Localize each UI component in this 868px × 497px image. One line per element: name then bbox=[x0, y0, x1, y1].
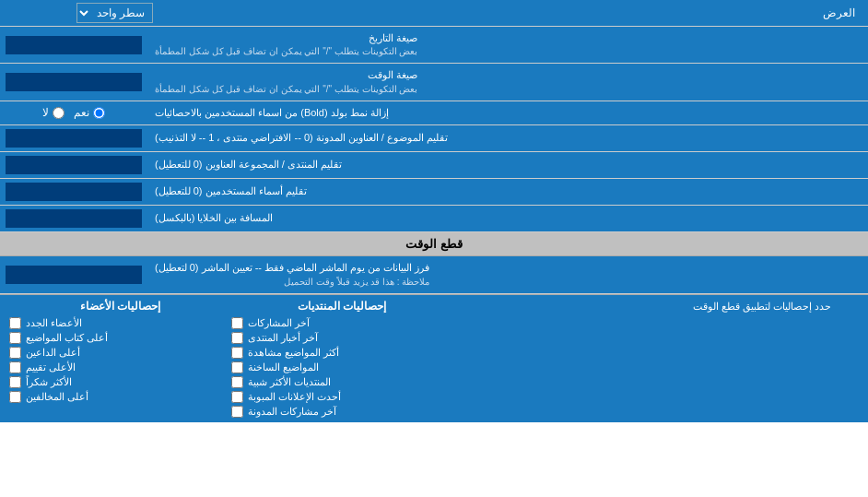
list-item: أكثر المواضيع مشاهدة bbox=[231, 347, 453, 359]
list-item: المنتديات الأكثر شبية bbox=[231, 376, 453, 388]
col1-checkbox-0[interactable] bbox=[231, 317, 243, 329]
col1-checkbox-1[interactable] bbox=[231, 332, 243, 344]
forum-group-input-cell: 33 bbox=[0, 152, 147, 178]
time-format-row: صيغة الوقت بعض التكوينات يتطلب "/" التي … bbox=[0, 64, 868, 101]
usernames-row: تقليم أسماء المستخدمين (0 للتعطيل) 0 bbox=[0, 179, 868, 206]
col2-checkbox-5[interactable] bbox=[9, 391, 21, 403]
list-item: آخر المشاركات bbox=[231, 317, 453, 329]
list-item: آخر مشاركات المدونة bbox=[231, 406, 453, 418]
list-item: الأعلى تقييم bbox=[9, 361, 231, 373]
bold-yes-radio[interactable] bbox=[93, 107, 105, 119]
bottom-member-col: الأعضاء الجدد أعلى كتاب المواضيع أعلى ال… bbox=[9, 317, 231, 418]
bottom-checkboxes-cols: آخر المشاركات آخر أخبار المنتدى أكثر الم… bbox=[9, 317, 674, 418]
list-item: الأكثر شكراً bbox=[9, 376, 231, 388]
usernames-input[interactable]: 0 bbox=[6, 183, 142, 201]
display-select[interactable]: سطر واحدسطرينثلاثة أسطر bbox=[76, 3, 153, 23]
realtime-row: فرز البيانات من يوم الماشر الماضي فقط --… bbox=[0, 256, 868, 293]
bold-yes-label: نعم bbox=[74, 106, 105, 119]
top-label: العرض bbox=[153, 6, 862, 19]
col1-checkbox-3[interactable] bbox=[231, 361, 243, 373]
topic-forum-input[interactable]: 33 bbox=[6, 129, 142, 148]
bottom-col2-header: إحصاليات الأعضاء bbox=[9, 300, 231, 313]
bold-remove-label: إزالة نمط بولد (Bold) من اسماء المستخدمي… bbox=[147, 101, 868, 124]
bottom-forum-col: آخر المشاركات آخر أخبار المنتدى أكثر الم… bbox=[231, 317, 453, 418]
top-row: العرض سطر واحدسطرينثلاثة أسطر bbox=[0, 0, 868, 27]
usernames-label: تقليم أسماء المستخدمين (0 للتعطيل) bbox=[147, 179, 868, 205]
bottom-checkboxes-area: إحصاليات المنتديات إحصاليات الأعضاء آخر … bbox=[0, 295, 684, 422]
cell-space-input-cell: 2 bbox=[0, 206, 147, 231]
time-format-input[interactable]: H:i bbox=[6, 73, 142, 91]
time-format-label: صيغة الوقت بعض التكوينات يتطلب "/" التي … bbox=[147, 64, 868, 100]
date-format-input[interactable]: d-m bbox=[6, 36, 142, 54]
bottom-limit-label: حدد إحصاليات لتطبيق قطع الوقت bbox=[684, 295, 868, 422]
bottom-col1-spacer bbox=[452, 300, 674, 313]
col2-checkbox-4[interactable] bbox=[9, 376, 21, 388]
time-format-input-cell: H:i bbox=[0, 64, 147, 100]
list-item: أعلى المخالفين bbox=[9, 391, 231, 403]
col1-checkbox-6[interactable] bbox=[231, 406, 243, 418]
bold-remove-radio-cell: نعم لا bbox=[0, 101, 147, 124]
bottom-headers: إحصاليات المنتديات إحصاليات الأعضاء bbox=[9, 300, 674, 313]
realtime-input[interactable]: 0 bbox=[6, 266, 142, 284]
forum-group-input[interactable]: 33 bbox=[6, 156, 142, 174]
col2-checkbox-1[interactable] bbox=[9, 332, 21, 344]
topic-forum-input-cell: 33 bbox=[0, 125, 147, 151]
list-item: أحدث الإعلانات المبوبة bbox=[231, 391, 453, 403]
realtime-section-header: قطع الوقت bbox=[0, 232, 868, 256]
col1-checkbox-2[interactable] bbox=[231, 347, 243, 359]
col1-checkbox-4[interactable] bbox=[231, 376, 243, 388]
bottom-col1-header: إحصاليات المنتديات bbox=[231, 300, 453, 313]
list-item: أعلى كتاب المواضيع bbox=[9, 332, 231, 344]
usernames-input-cell: 0 bbox=[0, 179, 147, 205]
col2-checkbox-0[interactable] bbox=[9, 317, 21, 329]
bold-no-label: لا bbox=[42, 106, 65, 119]
bold-remove-row: إزالة نمط بولد (Bold) من اسماء المستخدمي… bbox=[0, 101, 868, 125]
display-select-container: سطر واحدسطرينثلاثة أسطر bbox=[6, 3, 153, 23]
cell-space-row: المسافة بين الخلايا (بالبكسل) 2 bbox=[0, 206, 868, 232]
bold-no-radio[interactable] bbox=[53, 107, 65, 119]
bottom-section: حدد إحصاليات لتطبيق قطع الوقت إحصاليات ا… bbox=[0, 294, 868, 422]
col1-checkbox-5[interactable] bbox=[231, 391, 243, 403]
topic-forum-label: تقليم الموضوع / العناوين المدونة (0 -- ا… bbox=[147, 125, 868, 151]
bottom-spacer-col bbox=[452, 317, 674, 418]
forum-group-label: تقليم المنتدى / المجموعة العناوين (0 للت… bbox=[147, 152, 868, 178]
date-format-label: صيغة التاريخ بعض التكوينات يتطلب "/" الت… bbox=[147, 27, 868, 63]
col2-checkbox-2[interactable] bbox=[9, 347, 21, 359]
list-item: أعلى الداعين bbox=[9, 347, 231, 359]
list-item: آخر أخبار المنتدى bbox=[231, 332, 453, 344]
forum-group-row: تقليم المنتدى / المجموعة العناوين (0 للت… bbox=[0, 152, 868, 179]
col2-checkbox-3[interactable] bbox=[9, 361, 21, 373]
date-format-row: صيغة التاريخ بعض التكوينات يتطلب "/" الت… bbox=[0, 27, 868, 64]
cell-space-input[interactable]: 2 bbox=[6, 209, 142, 228]
realtime-input-cell: 0 bbox=[0, 256, 147, 292]
list-item: المواضيع الساخنة bbox=[231, 361, 453, 373]
cell-space-label: المسافة بين الخلايا (بالبكسل) bbox=[147, 206, 868, 231]
realtime-label: فرز البيانات من يوم الماشر الماضي فقط --… bbox=[147, 256, 868, 292]
list-item: الأعضاء الجدد bbox=[9, 317, 231, 329]
date-format-input-cell: d-m bbox=[0, 27, 147, 63]
topic-forum-row: تقليم الموضوع / العناوين المدونة (0 -- ا… bbox=[0, 125, 868, 152]
